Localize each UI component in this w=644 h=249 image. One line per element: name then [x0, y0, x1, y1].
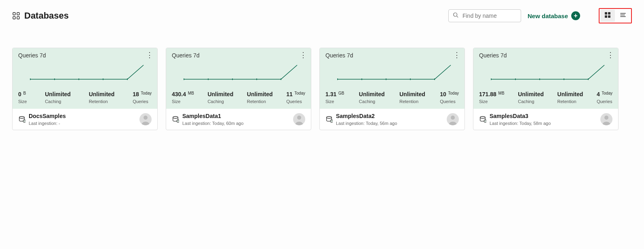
- cards-grid: ⋮ Queries 7d 0 B Size Unlimited: [12, 48, 632, 130]
- svg-rect-0: [13, 13, 15, 15]
- queries-label-col: Queries: [133, 99, 152, 104]
- stats-row: 0 B Size Unlimited Caching Unlimited Ret…: [18, 91, 152, 104]
- caching-label: Caching: [207, 99, 233, 104]
- svg-point-42: [451, 116, 455, 120]
- page-title: Databases: [24, 11, 69, 21]
- database-icon: [172, 116, 179, 123]
- card-more-icon[interactable]: ⋮: [453, 51, 460, 59]
- retention-label: Retention: [247, 99, 273, 104]
- svg-point-48: [480, 116, 486, 118]
- size-value: 1.31: [325, 91, 336, 97]
- queries-label-col: Queries: [440, 99, 459, 104]
- size-label: Size: [479, 99, 505, 104]
- svg-point-52: [604, 116, 608, 120]
- queries-unit: Today: [601, 91, 612, 95]
- database-card[interactable]: ⋮ Queries 7d 430.4 MB Size Unlimit: [166, 48, 311, 130]
- stat-size: 171.88 MB Size: [479, 91, 505, 104]
- sparkline: [172, 61, 305, 85]
- stat-retention: Unlimited Retention: [399, 91, 425, 104]
- sparkline: [325, 61, 459, 85]
- database-icon: [325, 116, 333, 123]
- card-bottom: SamplesData1 Last ingestion: Today, 60m …: [166, 109, 311, 130]
- card-more-icon[interactable]: ⋮: [607, 51, 614, 59]
- retention-label: Retention: [557, 99, 583, 104]
- database-name: DocsSamples: [29, 113, 66, 119]
- stat-retention: Unlimited Retention: [89, 91, 115, 104]
- stat-caching: Unlimited Caching: [359, 91, 385, 104]
- new-database-button[interactable]: New database +: [525, 11, 583, 20]
- grid-icon: [604, 12, 611, 20]
- queries-value: 10: [440, 91, 446, 97]
- list-view-button[interactable]: [616, 10, 630, 22]
- grid-view-button[interactable]: [600, 10, 615, 22]
- size-label: Size: [172, 99, 194, 104]
- svg-point-28: [173, 116, 178, 118]
- svg-point-32: [297, 116, 301, 120]
- stat-retention: Unlimited Retention: [557, 91, 583, 104]
- stats-row: 430.4 MB Size Unlimited Caching Unlimite…: [172, 91, 305, 104]
- caching-label: Caching: [518, 99, 544, 104]
- caching-value: Unlimited: [518, 91, 544, 97]
- size-label: Size: [325, 99, 344, 104]
- database-icon: [18, 116, 25, 123]
- apps-icon: [12, 12, 20, 20]
- retention-label: Retention: [89, 99, 115, 104]
- card-top: ⋮ Queries 7d 0 B Size Unlimited: [13, 48, 157, 109]
- database-card[interactable]: ⋮ Queries 7d 171.88 MB Size Unlimi: [473, 48, 619, 130]
- database-name: SamplesData1: [182, 113, 243, 119]
- last-ingestion: Last ingestion: Today, 56m ago: [336, 121, 397, 126]
- stat-caching: Unlimited Caching: [45, 91, 71, 104]
- queries-label: Queries 7d: [172, 52, 305, 59]
- card-bottom: SamplesData3 Last ingestion: Today, 58m …: [473, 109, 618, 130]
- svg-rect-6: [605, 12, 607, 15]
- svg-point-4: [454, 13, 457, 17]
- caching-label: Caching: [359, 99, 385, 104]
- queries-value: 11: [286, 91, 293, 97]
- queries-value: 4: [597, 91, 600, 97]
- svg-line-5: [457, 16, 458, 18]
- stats-row: 171.88 MB Size Unlimited Caching Unlimit…: [479, 91, 612, 104]
- plus-circle-icon: +: [571, 11, 580, 20]
- svg-rect-7: [608, 12, 610, 15]
- retention-value: Unlimited: [399, 91, 425, 97]
- stat-size: 430.4 MB Size: [172, 91, 194, 104]
- size-unit: MB: [187, 91, 194, 95]
- caching-value: Unlimited: [207, 91, 233, 97]
- view-toggles: [599, 8, 632, 23]
- avatar: [139, 113, 152, 125]
- search-input[interactable]: [462, 12, 517, 19]
- sparkline: [18, 61, 152, 85]
- new-database-label: New database: [528, 13, 568, 19]
- svg-point-38: [327, 116, 332, 118]
- queries-label: Queries 7d: [479, 52, 612, 59]
- search-field[interactable]: [448, 9, 521, 22]
- stat-queries: 4 Today Queries: [597, 91, 612, 104]
- card-top: ⋮ Queries 7d 430.4 MB Size Unlimit: [166, 48, 311, 109]
- size-value: 171.88: [479, 91, 496, 97]
- stats-row: 1.31 GB Size Unlimited Caching Unlimited…: [325, 91, 459, 104]
- last-ingestion: Last ingestion: Today, 60m ago: [182, 121, 243, 126]
- card-top: ⋮ Queries 7d 171.88 MB Size Unlimi: [473, 48, 618, 109]
- card-more-icon[interactable]: ⋮: [300, 51, 307, 59]
- svg-point-22: [144, 116, 148, 120]
- card-more-icon[interactable]: ⋮: [146, 51, 153, 59]
- database-card[interactable]: ⋮ Queries 7d 0 B Size Unlimited: [12, 48, 158, 130]
- size-unit: MB: [497, 91, 505, 95]
- database-name: SamplesData3: [490, 113, 551, 119]
- size-unit: B: [22, 91, 26, 95]
- stat-size: 1.31 GB Size: [325, 91, 344, 104]
- retention-value: Unlimited: [89, 91, 115, 97]
- header: Databases New database +: [12, 8, 632, 23]
- stat-queries: 18 Today Queries: [133, 91, 152, 104]
- stat-caching: Unlimited Caching: [207, 91, 233, 104]
- svg-rect-9: [608, 15, 610, 18]
- stat-retention: Unlimited Retention: [247, 91, 273, 104]
- svg-rect-3: [17, 17, 19, 19]
- title-group: Databases: [12, 11, 444, 21]
- svg-rect-1: [17, 13, 19, 15]
- database-icon: [479, 116, 486, 123]
- search-icon: [453, 12, 458, 19]
- last-ingestion: Last ingestion: -: [29, 121, 66, 126]
- database-card[interactable]: ⋮ Queries 7d 1.31 GB Size Unlimite: [319, 48, 465, 130]
- queries-label: Queries 7d: [18, 52, 152, 59]
